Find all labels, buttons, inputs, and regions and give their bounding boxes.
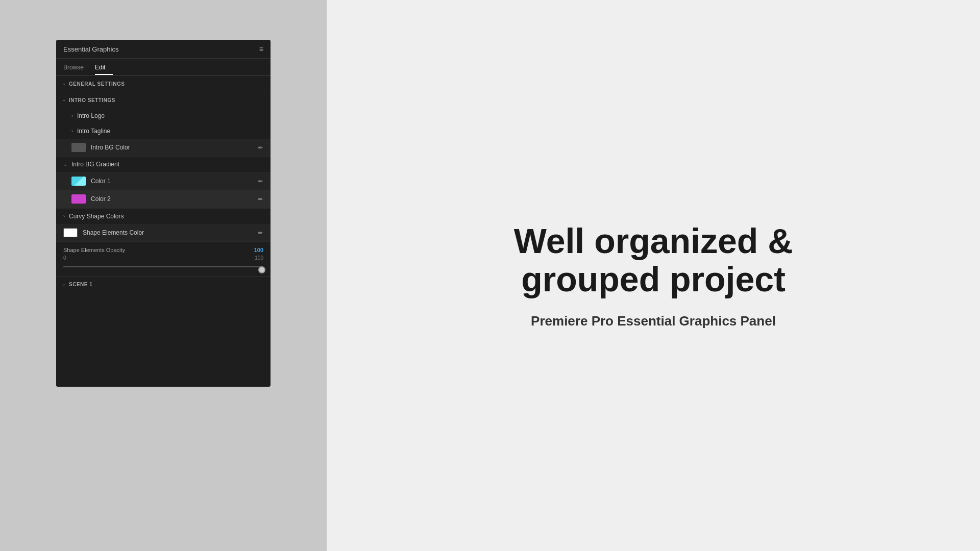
- intro-bg-color-label: Intro BG Color: [91, 144, 258, 151]
- tab-browse[interactable]: Browse: [63, 59, 91, 75]
- right-content: Well organized & grouped project Premier…: [327, 0, 980, 551]
- panel-content: › GENERAL SETTINGS › INTRO SETTINGS › In…: [56, 76, 271, 387]
- gradient-color2-row: Color 2 ✒: [56, 190, 271, 208]
- gradient-color2-label: Color 2: [91, 195, 258, 203]
- intro-tagline-item[interactable]: › Intro Tagline: [56, 123, 271, 139]
- shape-elements-color-eyedropper[interactable]: ✒: [258, 229, 263, 237]
- gradient-color1-row: Color 1 ✒: [56, 172, 271, 190]
- shape-elements-color-label: Shape Elements Color: [83, 229, 258, 236]
- general-settings-arrow: ›: [63, 82, 65, 87]
- intro-bg-gradient-label: Intro BG Gradient: [71, 161, 119, 168]
- promo-title: Well organized & grouped project: [475, 222, 832, 298]
- shape-elements-color-swatch[interactable]: [63, 228, 78, 237]
- intro-logo-item[interactable]: › Intro Logo: [56, 108, 271, 123]
- panel-menu-icon[interactable]: ≡: [259, 45, 263, 53]
- slider-max: 100: [255, 255, 263, 261]
- curvy-shape-arrow: ›: [63, 214, 65, 219]
- essential-graphics-panel: Essential Graphics ≡ Browse Edit › GENER…: [56, 40, 271, 387]
- opacity-value: 100: [254, 247, 263, 253]
- gradient-color1-label: Color 1: [91, 178, 258, 185]
- scene1-arrow: ›: [63, 282, 65, 287]
- intro-logo-label: Intro Logo: [77, 112, 105, 119]
- intro-bg-color-eyedropper[interactable]: ✒: [258, 144, 263, 152]
- intro-settings-label: INTRO SETTINGS: [69, 97, 115, 103]
- gradient-color2-eyedropper[interactable]: ✒: [258, 195, 263, 203]
- gradient-color2-swatch[interactable]: [71, 194, 86, 204]
- promo-subtitle: Premiere Pro Essential Graphics Panel: [531, 313, 776, 329]
- intro-bg-gradient-header[interactable]: ⌄ Intro BG Gradient: [56, 157, 271, 172]
- intro-tagline-arrow: ›: [71, 129, 73, 134]
- intro-bg-gradient-arrow: ⌄: [63, 162, 67, 167]
- intro-bg-color-swatch[interactable]: [71, 143, 86, 152]
- opacity-section: Shape Elements Opacity 100 0 100: [56, 242, 271, 276]
- gradient-color1-swatch[interactable]: [71, 177, 86, 186]
- opacity-slider-track: [63, 266, 263, 267]
- panel-tabs: Browse Edit: [56, 59, 271, 76]
- panel-wrapper: Essential Graphics ≡ Browse Edit › GENER…: [0, 0, 327, 551]
- curvy-shape-label: Curvy Shape Colors: [69, 213, 124, 220]
- opacity-slider-thumb[interactable]: [258, 266, 265, 273]
- shape-elements-color-row: Shape Elements Color ✒: [56, 224, 271, 242]
- slider-min: 0: [63, 255, 66, 261]
- scene1-header[interactable]: › SCENE 1: [56, 276, 271, 292]
- intro-tagline-label: Intro Tagline: [77, 128, 110, 135]
- opacity-label: Shape Elements Opacity: [63, 247, 125, 253]
- gradient-color1-eyedropper[interactable]: ✒: [258, 178, 263, 185]
- panel-header: Essential Graphics ≡: [56, 40, 271, 59]
- curvy-shape-colors-item[interactable]: › Curvy Shape Colors: [56, 208, 271, 224]
- scene1-label: SCENE 1: [69, 282, 92, 287]
- panel-title: Essential Graphics: [63, 45, 118, 53]
- general-settings-label: GENERAL SETTINGS: [69, 81, 125, 87]
- intro-settings-header[interactable]: › INTRO SETTINGS: [56, 92, 271, 108]
- general-settings-header[interactable]: › GENERAL SETTINGS: [56, 76, 271, 92]
- intro-settings-arrow: ›: [62, 99, 67, 101]
- opacity-slider-container: [63, 263, 263, 271]
- tab-edit[interactable]: Edit: [95, 59, 113, 75]
- intro-logo-arrow: ›: [71, 113, 73, 118]
- intro-bg-color-row: Intro BG Color ✒: [56, 139, 271, 157]
